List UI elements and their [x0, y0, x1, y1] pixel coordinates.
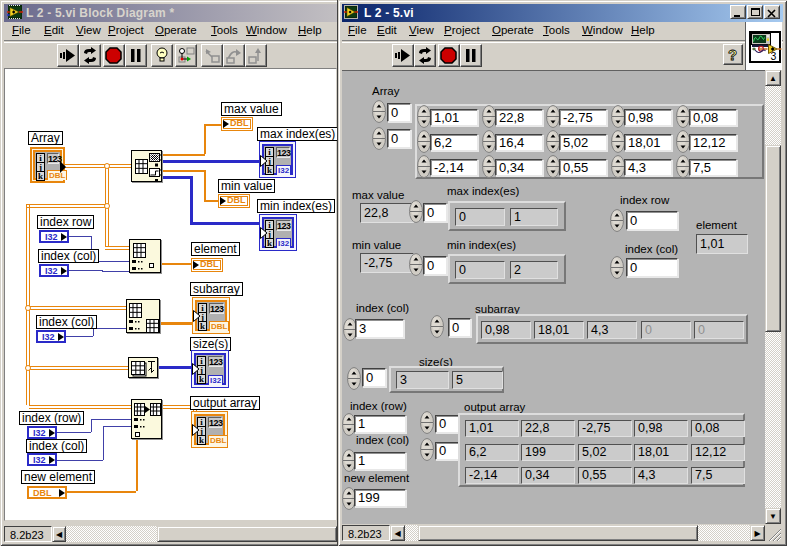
svg-text:?: ? [728, 46, 737, 63]
svg-text:3: 3 [771, 50, 777, 62]
